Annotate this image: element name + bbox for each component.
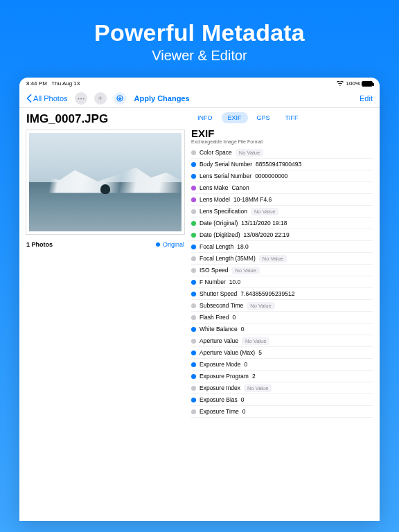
metadata-row[interactable]: F Number10.0 xyxy=(191,276,373,288)
status-dot xyxy=(191,256,196,261)
tab-info[interactable]: INFO xyxy=(191,112,219,123)
row-value: 0000000000 xyxy=(255,172,287,179)
metadata-row[interactable]: Body Serial Number88550947900493 xyxy=(191,159,373,170)
photo-preview[interactable] xyxy=(26,130,184,234)
row-label: Subsecond Time xyxy=(200,302,243,309)
edit-button[interactable]: Edit xyxy=(360,94,373,103)
row-value: 5 xyxy=(258,349,262,356)
status-dot xyxy=(191,221,196,226)
row-label: Shutter Speed xyxy=(200,290,237,297)
row-label: Exposure Index xyxy=(200,384,240,391)
wifi-icon xyxy=(337,81,344,87)
status-date: Thu Aug 13 xyxy=(51,80,80,87)
chevron-left-icon xyxy=(26,94,32,103)
back-button[interactable]: All Photos xyxy=(26,94,68,103)
status-dot xyxy=(191,197,196,202)
status-dot xyxy=(191,280,196,285)
status-dot xyxy=(191,174,196,179)
tab-gps[interactable]: GPS xyxy=(251,112,276,123)
row-label: Body Serial Number xyxy=(200,161,252,168)
metadata-row[interactable]: Date (Digitized)13/08/2020 22:19 xyxy=(191,229,373,241)
row-value: 88550947900493 xyxy=(256,161,301,168)
row-value: 13/08/2020 22:19 xyxy=(244,231,290,238)
metadata-row[interactable]: Subsecond TimeNo Value xyxy=(191,300,373,312)
row-value: 0 xyxy=(233,314,236,321)
metadata-row[interactable]: Aperture ValueNo Value xyxy=(191,335,373,347)
tab-tiff[interactable]: TIFF xyxy=(279,112,305,123)
row-label: Flash Fired xyxy=(200,314,229,321)
metadata-row[interactable]: Focal Length18.0 xyxy=(191,241,373,253)
row-label: Date (Original) xyxy=(200,220,238,227)
metadata-row[interactable]: Exposure Program2 xyxy=(191,371,373,382)
more-icon[interactable] xyxy=(75,92,87,105)
row-label: Date (Digitized) xyxy=(200,231,240,238)
hero-subtitle: Viewer & Editor xyxy=(0,48,399,64)
row-label: Lens Specification xyxy=(200,208,247,215)
toolbar: All Photos + Apply Changes Edit xyxy=(19,89,380,108)
row-value: 7.643855995239512 xyxy=(240,290,294,297)
status-dot xyxy=(191,303,196,308)
status-dot xyxy=(191,233,196,238)
row-label: White Balance xyxy=(200,326,238,332)
row-label: Exposure Program xyxy=(200,373,249,380)
metadata-rows: Color SpaceNo ValueBody Serial Number885… xyxy=(191,147,373,418)
no-value-badge: No Value xyxy=(259,255,287,263)
no-value-badge: No Value xyxy=(236,149,263,157)
device-frame: 8:44 PM Thu Aug 13 100% All Photos + App… xyxy=(19,78,380,521)
row-value: 2 xyxy=(252,373,256,380)
row-label: Exposure Time xyxy=(200,408,239,415)
row-value: 10-18MM F4.6 xyxy=(233,196,272,203)
status-dot xyxy=(191,339,196,344)
metadata-row[interactable]: Focal Length (35MM)No Value xyxy=(191,253,373,265)
metadata-row[interactable]: Aperture Value (Max)5 xyxy=(191,347,373,359)
metadata-row[interactable]: Shutter Speed7.643855995239512 xyxy=(191,288,373,300)
add-icon[interactable]: + xyxy=(94,92,107,105)
status-bar: 8:44 PM Thu Aug 13 100% xyxy=(19,78,380,89)
row-label: Aperture Value xyxy=(200,337,238,344)
action-icon[interactable] xyxy=(114,92,126,105)
metadata-row[interactable]: White Balance0 xyxy=(191,323,373,335)
row-value: 0 xyxy=(245,361,248,368)
row-label: Aperture Value (Max) xyxy=(200,349,255,356)
status-dot xyxy=(191,186,196,190)
battery-pct: 100% xyxy=(346,80,360,87)
metadata-row[interactable]: Exposure Time0 xyxy=(191,406,373,418)
back-label: All Photos xyxy=(33,94,68,103)
status-dot xyxy=(191,245,196,249)
no-value-badge: No Value xyxy=(247,302,274,310)
status-dot xyxy=(191,162,196,167)
row-value: 18.0 xyxy=(237,243,249,250)
status-dot xyxy=(191,209,196,214)
row-label: Color Space xyxy=(200,149,232,156)
svg-point-0 xyxy=(78,98,79,99)
status-dot xyxy=(191,327,196,332)
metadata-row[interactable]: Date (Original)13/11/2020 19:18 xyxy=(191,218,373,229)
metadata-row[interactable]: Lens Model10-18MM F4.6 xyxy=(191,194,373,206)
status-dot xyxy=(191,292,196,296)
metadata-row[interactable]: Lens MakeCanon xyxy=(191,182,373,194)
metadata-row[interactable]: Exposure IndexNo Value xyxy=(191,382,373,394)
battery-icon: 100% xyxy=(346,80,373,87)
metadata-row[interactable]: ISO SpeedNo Value xyxy=(191,265,373,276)
photo-count: 1 Photos xyxy=(26,241,53,248)
svg-point-2 xyxy=(82,98,84,99)
row-label: Lens Make xyxy=(200,184,229,191)
row-value: 0 xyxy=(241,326,245,332)
metadata-row[interactable]: Lens SpecificationNo Value xyxy=(191,206,373,218)
section-subtitle: Exchangeable Image File Format xyxy=(191,139,373,144)
tab-exif[interactable]: EXIF xyxy=(222,112,248,123)
metadata-row[interactable]: Exposure Mode0 xyxy=(191,359,373,371)
metadata-row[interactable]: Exposure Bias0 xyxy=(191,394,373,406)
metadata-row[interactable]: Color SpaceNo Value xyxy=(191,147,373,159)
status-dot xyxy=(191,268,196,273)
status-dot xyxy=(191,150,196,155)
metadata-row[interactable]: Flash Fired0 xyxy=(191,312,373,323)
apply-button[interactable]: Apply Changes xyxy=(134,94,190,103)
row-label: Lens Serial Number xyxy=(200,172,251,179)
metadata-row[interactable]: Lens Serial Number0000000000 xyxy=(191,170,373,182)
row-label: ISO Speed xyxy=(200,267,229,274)
hero-title: Powerful Metadata xyxy=(0,19,399,46)
status-time: 8:44 PM xyxy=(26,80,47,87)
no-value-badge: No Value xyxy=(244,384,272,392)
row-label: Focal Length (35MM) xyxy=(200,255,256,262)
